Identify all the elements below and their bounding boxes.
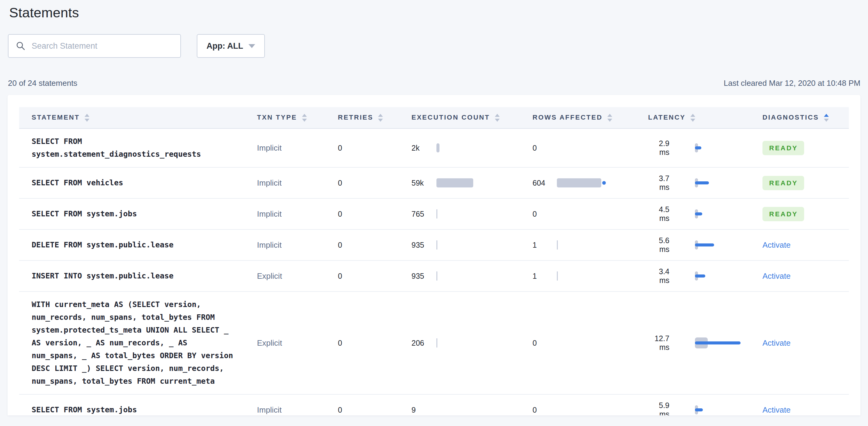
page-title: Statements [9,5,860,21]
statement-cell[interactable]: DELETE FROM system.public.lease [19,230,257,261]
statement-cell[interactable]: WITH current_meta AS (SELECT version, nu… [19,292,257,394]
latency-mean-bar [695,408,703,412]
sort-arrows-icon [302,114,307,122]
diagnostics-ready-badge[interactable]: READY [763,176,804,190]
chevron-down-icon [248,44,255,48]
statements-table-card: STATEMENTTXN TYPERETRIESEXECUTION COUNTR… [8,95,860,415]
statement-cell[interactable]: INSERT INTO system.public.lease [19,261,257,292]
execution-count: 935 [411,239,532,251]
latency-value: 5.6 ms [648,236,670,254]
execution-count-cell: 2k [411,128,532,168]
latency: 5.6 ms [648,236,763,254]
latency-cell: 5.9 ms [648,394,763,415]
latency-bar-chart [695,404,759,415]
diagnostics-activate-link[interactable]: Activate [763,405,791,415]
latency-cell: 12.7 ms [648,292,763,394]
statement-cell[interactable]: SELECT FROM vehicles [19,168,257,199]
execution-count-cell: 9 [411,394,532,415]
statement-text: SELECT FROM system.jobs [32,403,236,415]
rows-affected-cell: 0 [532,128,648,168]
execution-count-value: 765 [411,210,436,218]
column-header-latency[interactable]: LATENCY [648,107,763,128]
latency-value: 5.9 ms [648,401,670,415]
rows-affected-bar [557,239,558,251]
column-header-retries[interactable]: RETRIES [338,107,411,128]
execution-count-cell: 765 [411,199,532,230]
latency: 5.9 ms [648,401,763,415]
rows-affected-cell: 0 [532,199,648,230]
latency-bar-chart [695,177,759,189]
latency: 2.9 ms [648,139,763,157]
sort-arrows-icon [607,114,612,122]
app-filter-dropdown[interactable]: App: ALL [197,34,265,58]
statement-cell[interactable]: SELECT FROM system.statement_diagnostics… [19,128,257,168]
rows-affected-value: 0 [532,210,557,218]
execution-count-bar-fill [436,209,437,218]
statements-table: STATEMENTTXN TYPERETRIESEXECUTION COUNTR… [19,107,849,415]
sort-asc-icon [607,114,612,117]
execution-count-cell: 935 [411,261,532,292]
diagnostics-ready-badge[interactable]: READY [763,141,804,155]
execution-count-bar-fill [436,338,437,347]
latency-mean-bar [695,341,741,344]
column-header-label: LATENCY [648,114,685,121]
diagnostics-activate-link[interactable]: Activate [763,271,791,280]
sort-arrows-icon [824,114,829,122]
statement-cell[interactable]: SELECT FROM system.jobs [19,394,257,415]
column-header-statement[interactable]: STATEMENT [19,107,257,128]
rows-affected-value: 0 [532,144,557,152]
execution-count-bar-fill [436,271,437,280]
search-icon [16,41,26,51]
txn-type-cell: Implicit [257,168,338,199]
txn-type-cell: Explicit [257,292,338,394]
column-header-label: TXN TYPE [257,114,297,121]
rows-affected-bar-fill [557,240,558,249]
retries-cell: 0 [338,261,411,292]
table-row: WITH current_meta AS (SELECT version, nu… [19,292,849,394]
txn-type-cell: Explicit [257,261,338,292]
latency-value: 2.9 ms [648,139,670,157]
diagnostics-ready-badge[interactable]: READY [763,207,804,221]
table-row: SELECT FROM system.jobsImplicit076504.5 … [19,199,849,230]
rows-affected-cell: 0 [532,394,648,415]
sort-asc-icon [85,114,89,117]
search-input[interactable] [32,41,174,51]
column-header-txn_type[interactable]: TXN TYPE [257,107,338,128]
latency-value: 3.7 ms [648,174,670,192]
table-row: SELECT FROM vehiclesImplicit059k6043.7 m… [19,168,849,199]
column-header-execution_count[interactable]: EXECUTION COUNT [411,107,532,128]
rows-affected-bar-fill [557,178,601,187]
rows-affected-value: 1 [532,272,557,280]
column-header-label: ROWS AFFECTED [532,114,602,121]
sort-desc-icon [607,119,612,122]
statement-cell[interactable]: SELECT FROM system.jobs [19,199,257,230]
execution-count-bar-fill [436,240,437,249]
latency: 12.7 ms [648,334,763,352]
txn-type-cell: Implicit [257,394,338,415]
execution-count-value: 2k [411,144,436,152]
app-filter-label: App: ALL [207,41,243,51]
table-row: SELECT FROM system.jobsImplicit0905.9 ms… [19,394,849,415]
txn-type-cell: Implicit [257,199,338,230]
diagnostics-cell: Activate [763,230,849,261]
table-row: INSERT INTO system.public.leaseExplicit0… [19,261,849,292]
rows-affected: 0 [532,208,648,220]
sort-desc-icon [378,119,383,122]
diagnostics-activate-link[interactable]: Activate [763,240,791,249]
rows-affected-cell: 0 [532,292,648,394]
column-header-diagnostics[interactable]: DIAGNOSTICS [763,107,849,128]
latency-cell: 5.6 ms [648,230,763,261]
diagnostics-activate-link[interactable]: Activate [763,338,791,347]
rows-affected-bar [557,270,558,282]
sort-desc-icon [302,119,307,122]
latency-bar-chart [695,270,759,282]
execution-count-value: 935 [411,241,436,249]
execution-count-value: 206 [411,339,436,347]
column-header-rows_affected[interactable]: ROWS AFFECTED [532,107,648,128]
retries-cell: 0 [338,230,411,261]
statement-text: SELECT FROM vehicles [32,177,236,189]
sort-desc-icon [85,119,89,122]
column-header-label: RETRIES [338,114,373,121]
diagnostics-cell: Activate [763,292,849,394]
execution-count: 765 [411,208,532,220]
